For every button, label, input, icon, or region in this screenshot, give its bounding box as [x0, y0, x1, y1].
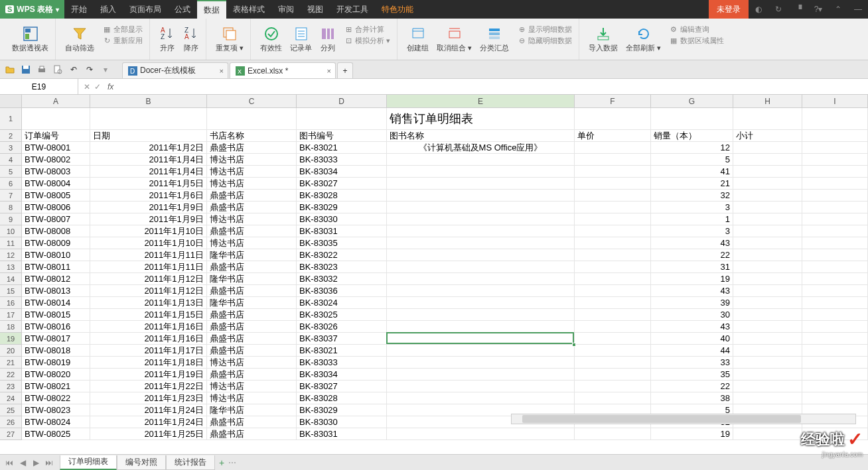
autofilter-button[interactable]: 自动筛选 — [62, 25, 97, 54]
cell[interactable] — [802, 261, 868, 272]
cell[interactable]: BK-83029 — [297, 202, 387, 213]
row-header-14[interactable]: 14 — [0, 273, 21, 285]
cell[interactable] — [387, 357, 575, 368]
cell[interactable]: 博达书店 — [207, 357, 297, 368]
cell[interactable]: BTW-08011 — [22, 261, 90, 272]
cell[interactable]: 41 — [651, 166, 733, 177]
cell[interactable]: 33 — [651, 357, 733, 368]
sortdesc-button[interactable]: ZA 降序 — [181, 25, 202, 54]
cell[interactable]: 鼎盛书店 — [207, 285, 297, 296]
cell[interactable] — [387, 190, 575, 201]
cell[interactable]: 2011年1月11日 — [90, 261, 207, 272]
cell[interactable]: 小计 — [733, 130, 802, 141]
consolidate-button[interactable]: ⊞合并计算 — [344, 25, 390, 34]
cell[interactable]: 2011年1月12日 — [90, 285, 207, 296]
cell[interactable]: 鼎盛书店 — [207, 261, 297, 272]
col-header-A[interactable]: A — [22, 95, 90, 107]
cell[interactable]: BTW-08016 — [22, 321, 90, 332]
row-header-15[interactable]: 15 — [0, 285, 21, 297]
col-header-F[interactable]: F — [575, 95, 651, 107]
row-header-4[interactable]: 4 — [0, 154, 21, 166]
menu-视图[interactable]: 视图 — [301, 0, 330, 19]
minimize-ribbon-icon[interactable]: ⌃ — [828, 0, 848, 19]
cell[interactable]: 隆华书店 — [207, 404, 297, 416]
cell[interactable] — [387, 249, 575, 261]
cell[interactable]: BTW-08020 — [22, 369, 90, 380]
cell[interactable]: 鼎盛书店 — [207, 225, 297, 237]
cell[interactable] — [802, 249, 868, 261]
cell[interactable] — [802, 369, 868, 380]
cell[interactable]: BK-83036 — [297, 285, 387, 296]
cell[interactable]: 38 — [651, 392, 733, 404]
cell[interactable] — [575, 369, 651, 380]
cell[interactable] — [575, 392, 651, 404]
sheet-next-icon[interactable]: ▶ — [31, 458, 41, 467]
cell[interactable] — [387, 166, 575, 177]
cell[interactable]: BTW-08014 — [22, 297, 90, 308]
col-header-G[interactable]: G — [651, 95, 733, 107]
sync-icon[interactable]: ↻ — [768, 0, 788, 19]
row-header-24[interactable]: 24 — [0, 392, 21, 404]
row-header-18[interactable]: 18 — [0, 321, 21, 333]
save-icon[interactable] — [20, 64, 32, 76]
cell[interactable] — [802, 178, 868, 189]
cell[interactable]: 30 — [651, 309, 733, 320]
cell[interactable]: BK-83037 — [297, 333, 387, 344]
showdetail-button[interactable]: ⊕显示明细数据 — [517, 25, 572, 34]
row-header-10[interactable]: 10 — [0, 225, 21, 237]
cells-area[interactable]: 销售订单明细表订单编号日期书店名称图书编号图书名称单价销量（本）小计BTW-08… — [22, 108, 868, 440]
cell[interactable]: 2011年1月5日 — [90, 178, 207, 189]
cell[interactable]: 销售订单明细表 — [387, 108, 575, 129]
showall-button[interactable]: ▦全部显示 — [102, 25, 143, 34]
cell[interactable]: BTW-08012 — [22, 273, 90, 284]
cell[interactable]: 32 — [651, 190, 733, 201]
cell[interactable] — [387, 261, 575, 272]
cell[interactable]: 2011年1月24日 — [90, 416, 207, 428]
row-header-19[interactable]: 19 — [0, 333, 21, 345]
cell[interactable] — [802, 285, 868, 296]
cell[interactable] — [575, 142, 651, 153]
sheet-first-icon[interactable]: ⏮ — [4, 458, 15, 467]
refreshall-button[interactable]: 全部刷新 ▾ — [623, 25, 664, 54]
cell[interactable] — [733, 225, 802, 237]
cell[interactable] — [802, 333, 868, 344]
cell[interactable]: BTW-08021 — [22, 381, 90, 392]
cell[interactable] — [387, 237, 575, 249]
cell[interactable]: BK-83026 — [297, 321, 387, 332]
cell[interactable]: BTW-08006 — [22, 202, 90, 213]
row-header-9[interactable]: 9 — [0, 213, 21, 225]
cell[interactable]: BTW-08005 — [22, 190, 90, 201]
rangeprops-button[interactable]: ▦数据区域属性 — [669, 36, 724, 46]
doc-tab-add[interactable]: + — [337, 62, 353, 78]
cell[interactable]: 3 — [651, 225, 733, 237]
cell[interactable] — [802, 130, 868, 141]
cell[interactable] — [802, 392, 868, 404]
row-header-11[interactable]: 11 — [0, 237, 21, 249]
cell[interactable] — [802, 321, 868, 332]
cell[interactable] — [733, 261, 802, 272]
cell[interactable]: BTW-08015 — [22, 309, 90, 320]
reapply-button[interactable]: ↻重新应用 — [102, 36, 143, 46]
row-header-2[interactable]: 2 — [0, 130, 21, 142]
undo-icon[interactable]: ↶ — [68, 64, 80, 76]
cell[interactable]: BK-83028 — [297, 190, 387, 201]
cell[interactable]: BK-83034 — [297, 369, 387, 380]
cell[interactable]: BK-83031 — [297, 428, 387, 440]
col-header-I[interactable]: I — [802, 95, 868, 107]
login-button[interactable]: 未登录 — [709, 0, 749, 19]
cell[interactable]: 2011年1月4日 — [90, 154, 207, 165]
cell[interactable]: BTW-08019 — [22, 357, 90, 368]
cell[interactable]: 2011年1月18日 — [90, 357, 207, 368]
cell[interactable]: BTW-08003 — [22, 166, 90, 177]
minimize-icon[interactable]: — — [848, 0, 868, 19]
cell[interactable] — [575, 237, 651, 249]
name-box[interactable] — [0, 79, 78, 94]
cell[interactable] — [575, 273, 651, 284]
cell[interactable]: 博达书店 — [207, 154, 297, 165]
cell[interactable]: BK-83024 — [297, 297, 387, 308]
cell[interactable]: 2011年1月9日 — [90, 213, 207, 225]
cell[interactable]: 2011年1月25日 — [90, 428, 207, 440]
cell[interactable]: 博达书店 — [207, 381, 297, 392]
sheet-tab-编号对照[interactable]: 编号对照 — [117, 455, 166, 470]
menu-表格样式[interactable]: 表格样式 — [226, 0, 271, 19]
